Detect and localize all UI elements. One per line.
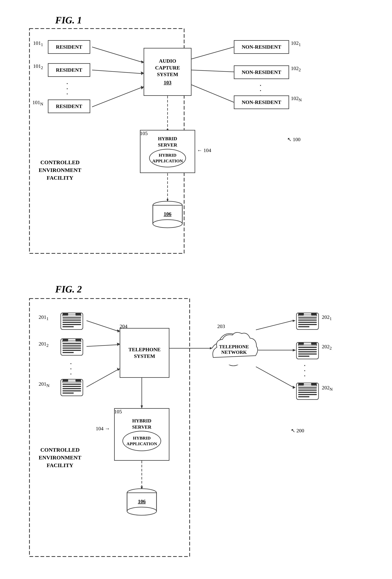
svg-line-36 bbox=[256, 367, 293, 387]
svg-rect-56 bbox=[63, 350, 81, 351]
phone-1-ref: 2011 bbox=[39, 314, 49, 321]
phone-icon-n bbox=[59, 377, 85, 398]
svg-rect-62 bbox=[63, 384, 81, 385]
svg-rect-45 bbox=[63, 320, 81, 321]
facility-label-2: CONTROLLEDENVIRONMENTFACILITY bbox=[39, 446, 81, 469]
svg-rect-66 bbox=[63, 392, 74, 394]
svg-line-28 bbox=[87, 368, 120, 387]
resident-1-label: RESIDENT bbox=[56, 44, 82, 50]
svg-rect-83 bbox=[298, 326, 309, 327]
svg-line-4 bbox=[92, 87, 144, 107]
resident-dots: ··· bbox=[66, 81, 68, 97]
figure-2: FIG. 2 bbox=[15, 280, 377, 575]
phone-icon-2 bbox=[59, 337, 85, 357]
svg-rect-44 bbox=[63, 317, 81, 318]
non-resident-2-box: NON-RESIDENT bbox=[234, 66, 289, 79]
non-res-phone-2-ref: 2022 bbox=[322, 344, 332, 351]
hybrid-server-box-2: HYBRIDSERVER HYBRIDAPPLICATION bbox=[114, 408, 169, 461]
svg-rect-63 bbox=[63, 386, 81, 387]
svg-point-108 bbox=[127, 507, 157, 515]
svg-marker-1 bbox=[141, 61, 144, 64]
audio-capture-ref: 103 bbox=[155, 79, 180, 86]
svg-line-0 bbox=[92, 47, 144, 63]
svg-rect-85 bbox=[311, 313, 317, 315]
non-resident-2-label: NON-RESIDENT bbox=[242, 69, 281, 75]
svg-rect-90 bbox=[298, 351, 317, 352]
telephone-system-box: TELEPHONESYSTEM bbox=[120, 328, 169, 378]
svg-rect-102 bbox=[298, 383, 304, 385]
svg-rect-93 bbox=[298, 342, 304, 345]
hybrid-server-ref1: 105 bbox=[140, 131, 148, 136]
svg-rect-101 bbox=[298, 396, 309, 397]
audio-capture-system-box: AUDIOCAPTURESYSTEM 103 bbox=[144, 48, 191, 96]
facility-label-1: CONTROLLEDENVIRONMENTFACILITY bbox=[39, 158, 81, 182]
non-res-phone-2 bbox=[295, 341, 320, 361]
svg-text:106: 106 bbox=[164, 211, 171, 217]
svg-rect-55 bbox=[63, 348, 81, 349]
svg-rect-79 bbox=[298, 317, 317, 318]
svg-rect-47 bbox=[63, 324, 81, 325]
non-resident-1-label: NON-RESIDENT bbox=[242, 44, 281, 50]
svg-line-32 bbox=[256, 321, 293, 330]
non-res-phone-1-ref: 2021 bbox=[322, 314, 332, 321]
svg-rect-67 bbox=[63, 379, 68, 382]
phone-dots-non-resident: ··· bbox=[304, 363, 306, 378]
non-resident-n-label: NON-RESIDENT bbox=[242, 99, 281, 106]
audio-capture-label: AUDIOCAPTURESYSTEM bbox=[155, 58, 180, 78]
svg-rect-68 bbox=[75, 379, 81, 382]
fig1-system-ref: ↖ 100 bbox=[287, 136, 300, 143]
hybrid-app-ref1: ← 104 bbox=[197, 147, 211, 153]
non-res-phone-1 bbox=[295, 311, 320, 331]
svg-line-24 bbox=[87, 321, 120, 332]
svg-marker-25 bbox=[117, 330, 120, 333]
telephone-system-label: TELEPHONESYSTEM bbox=[128, 346, 161, 360]
resident-2-box: RESIDENT bbox=[48, 63, 90, 77]
svg-rect-89 bbox=[298, 349, 317, 350]
resident-1-box: RESIDENT bbox=[48, 40, 90, 54]
svg-rect-84 bbox=[298, 313, 304, 315]
svg-rect-59 bbox=[75, 339, 81, 341]
svg-rect-64 bbox=[63, 388, 81, 389]
database-svg-1: 106 bbox=[151, 201, 184, 230]
svg-marker-29 bbox=[117, 368, 120, 371]
svg-text:NETWORK: NETWORK bbox=[221, 350, 247, 355]
svg-rect-54 bbox=[63, 345, 81, 347]
telephone-system-ref: 204 bbox=[120, 323, 127, 329]
phone-2-ref: 2012 bbox=[39, 341, 49, 348]
svg-marker-5 bbox=[141, 86, 144, 89]
svg-line-6 bbox=[191, 47, 234, 59]
telephone-network-ref: 203 bbox=[217, 323, 225, 329]
svg-rect-58 bbox=[63, 339, 68, 341]
phone-dots-resident: ··· bbox=[70, 361, 72, 377]
resident-n-ref: 101N bbox=[32, 99, 43, 107]
telephone-network-cloud: TELEPHONE NETWORK bbox=[210, 328, 259, 368]
svg-marker-27 bbox=[117, 343, 120, 346]
hybrid-app-ref2: 104 → bbox=[96, 426, 110, 432]
resident-1-ref: 1011 bbox=[33, 40, 43, 47]
non-res-phone-n bbox=[295, 381, 320, 401]
page: FIG. 1 bbox=[0, 0, 392, 579]
figure-1: FIG. 1 bbox=[15, 11, 377, 265]
svg-line-8 bbox=[191, 70, 234, 72]
resident-n-box: RESIDENT bbox=[48, 99, 90, 113]
svg-rect-99 bbox=[298, 392, 317, 393]
svg-rect-91 bbox=[298, 354, 317, 355]
svg-rect-65 bbox=[63, 390, 81, 391]
svg-rect-57 bbox=[63, 352, 74, 353]
hybrid-server-label-2: HYBRIDSERVER bbox=[122, 418, 161, 430]
svg-point-21 bbox=[153, 220, 182, 228]
svg-rect-100 bbox=[298, 394, 317, 395]
non-resident-n-ref: 102N bbox=[291, 95, 302, 102]
svg-rect-48 bbox=[63, 326, 74, 327]
non-resident-2-ref: 1022 bbox=[291, 66, 301, 72]
database-svg-2: 106 bbox=[125, 488, 158, 518]
svg-rect-97 bbox=[298, 387, 317, 388]
hybrid-server-ref2: 105 bbox=[114, 409, 122, 415]
non-resident-1-box: NON-RESIDENT bbox=[234, 40, 289, 54]
hybrid-server-box: HYBRIDSERVER HYBRIDAPPLICATION bbox=[140, 130, 195, 173]
svg-rect-98 bbox=[298, 390, 317, 391]
svg-rect-103 bbox=[311, 383, 317, 385]
svg-rect-81 bbox=[298, 322, 317, 323]
resident-2-ref: 1012 bbox=[33, 63, 43, 70]
non-res-phone-n-ref: 202N bbox=[322, 385, 333, 392]
